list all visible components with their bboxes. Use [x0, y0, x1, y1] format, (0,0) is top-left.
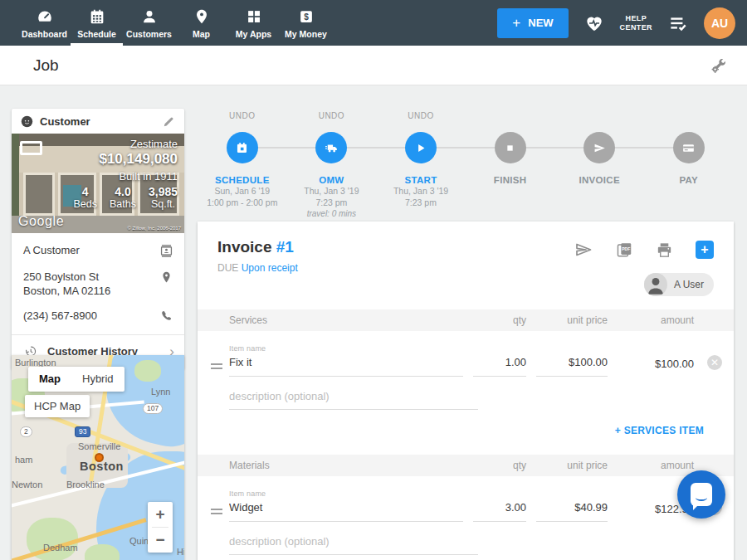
omw-step-button[interactable] — [315, 132, 347, 163]
nav-item-label: Customers — [126, 29, 172, 39]
hcp-map-button[interactable]: HCP Map — [25, 395, 90, 417]
amount-column-header: amount — [618, 460, 694, 471]
zestimate-value: $10,149,080 — [73, 151, 178, 168]
apps-grid-icon — [245, 7, 263, 26]
map-label-somerville: Somerville — [78, 441, 120, 451]
svg-text:$: $ — [304, 12, 309, 22]
zestimate-label: Zestimate — [73, 138, 178, 150]
step-label: OMW — [319, 175, 344, 185]
help-center-line2: CENTER — [620, 23, 652, 32]
remove-item-button[interactable]: ✕ — [707, 355, 722, 370]
send-invoice-icon[interactable] — [574, 240, 593, 260]
undo-link[interactable]: UNDO — [229, 111, 255, 121]
qty-input[interactable] — [473, 356, 526, 377]
map-label-waltham: ham — [15, 455, 32, 465]
nav-item-dashboard[interactable]: Dashboard — [18, 0, 71, 46]
undo-link[interactable]: UNDO — [319, 111, 344, 121]
drag-handle[interactable] — [211, 361, 224, 372]
customer-name-row: A Customer — [23, 243, 174, 259]
street-view-toggle-icon[interactable] — [20, 141, 42, 155]
user-avatar[interactable]: AU — [704, 7, 735, 39]
line-amount: $100.00 — [618, 344, 694, 370]
description-input[interactable] — [229, 532, 478, 555]
contact-card-icon[interactable] — [159, 243, 174, 259]
nav-item-map[interactable]: Map — [175, 0, 227, 46]
map-button[interactable]: Map — [28, 367, 71, 392]
dollar-icon: $ — [297, 7, 315, 26]
unit-price-input[interactable] — [536, 356, 608, 377]
assigned-user-chip[interactable]: A User — [644, 273, 714, 296]
zoom-out-button[interactable]: − — [148, 528, 173, 553]
item-name-field: Item name — [229, 344, 463, 377]
hybrid-button[interactable]: Hybrid — [71, 367, 124, 392]
unit-price-column-header: unit price — [536, 314, 608, 326]
edit-pencil-icon[interactable] — [162, 114, 176, 129]
nav-item-customers[interactable]: Customers — [123, 0, 175, 46]
invoice-header: Invoice #1 DUE Upon receipt PDF + A User — [198, 222, 734, 298]
new-button[interactable]: + NEW — [497, 8, 568, 38]
phone-icon[interactable] — [159, 309, 174, 324]
map-type-buttons: Map Hybrid — [28, 367, 124, 392]
nav-item-schedule[interactable]: Schedule — [71, 0, 123, 46]
timeline-step-pay: PAY — [644, 111, 734, 220]
nav-item-label: Dashboard — [22, 29, 67, 39]
materials-header: Materials — [229, 460, 473, 471]
map-zoom-control: + − — [148, 502, 173, 553]
map-widget: Burlington Lynn 107 2 93 Somerville ham … — [12, 355, 184, 560]
item-name-input[interactable] — [229, 501, 463, 522]
nav-item-my-money[interactable]: $ My Money — [280, 0, 332, 46]
built-year: Built in 1911 — [73, 170, 178, 183]
nav-item-my-apps[interactable]: My Apps — [227, 0, 280, 46]
invoice-title-text: Invoice — [217, 238, 271, 256]
job-location-marker — [95, 453, 104, 462]
new-button-label: NEW — [528, 17, 553, 29]
help-center-button[interactable]: HELP CENTER — [620, 14, 652, 32]
chat-bubble-button[interactable] — [677, 470, 725, 519]
step-time: 7:23 pm — [315, 197, 347, 208]
description-input[interactable] — [229, 387, 478, 410]
add-invoice-button[interactable]: + — [696, 241, 714, 259]
add-services-item-link[interactable]: + SERVICES ITEM — [615, 425, 704, 436]
qty-column-header: qty — [473, 460, 526, 471]
nav-item-label: My Money — [285, 29, 327, 39]
description-row — [198, 522, 734, 555]
due-terms-link[interactable]: Upon receipt — [242, 262, 298, 274]
finish-step-button[interactable] — [495, 132, 526, 163]
map-label-dedham: Dedham — [43, 543, 78, 553]
drag-handle[interactable] — [211, 506, 224, 517]
undo-link[interactable]: UNDO — [408, 111, 433, 121]
assigned-user-name: A User — [674, 279, 704, 290]
location-pin-icon[interactable] — [159, 270, 174, 285]
qty-input[interactable] — [473, 501, 526, 522]
amount-column-header: amount — [618, 314, 694, 326]
zoom-in-button[interactable]: + — [148, 502, 173, 527]
job-settings-wrench-icon[interactable] — [709, 56, 729, 75]
pay-step-button[interactable] — [673, 132, 705, 163]
send-plane-icon[interactable] — [583, 132, 615, 163]
chat-smile — [696, 494, 707, 501]
invoice-due: DUE Upon receipt — [217, 262, 714, 274]
stat-baths: 4.0 Baths — [110, 185, 136, 210]
start-step-button[interactable] — [405, 132, 437, 163]
map-pin-icon — [193, 7, 211, 26]
add-materials-row: + MATERIALS ITEM — [198, 555, 734, 560]
map-label-brookline: Brookline — [66, 480, 105, 489]
unit-price-input[interactable] — [536, 501, 608, 522]
material-item-row: Item name $122.97 ✕ — [198, 476, 734, 522]
calendar-icon — [234, 140, 250, 156]
health-heart-icon[interactable] — [583, 12, 605, 34]
step-time: 7:23 pm — [405, 197, 437, 208]
google-logo: Google — [18, 214, 64, 229]
item-name-input[interactable] — [229, 356, 463, 377]
map-park — [134, 360, 161, 382]
qty-column-header: qty — [473, 314, 526, 326]
nav-item-label: My Apps — [236, 29, 271, 39]
navbar-right: + NEW HELP CENTER AU — [497, 0, 747, 46]
play-icon — [413, 140, 428, 156]
schedule-step-button[interactable] — [227, 132, 258, 163]
address-line2: Boston, MA 02116 — [23, 284, 110, 298]
task-list-icon[interactable] — [667, 12, 689, 34]
pdf-icon[interactable]: PDF — [615, 241, 633, 259]
address-line1: 250 Boylston St — [23, 270, 110, 284]
print-icon[interactable] — [655, 241, 674, 260]
